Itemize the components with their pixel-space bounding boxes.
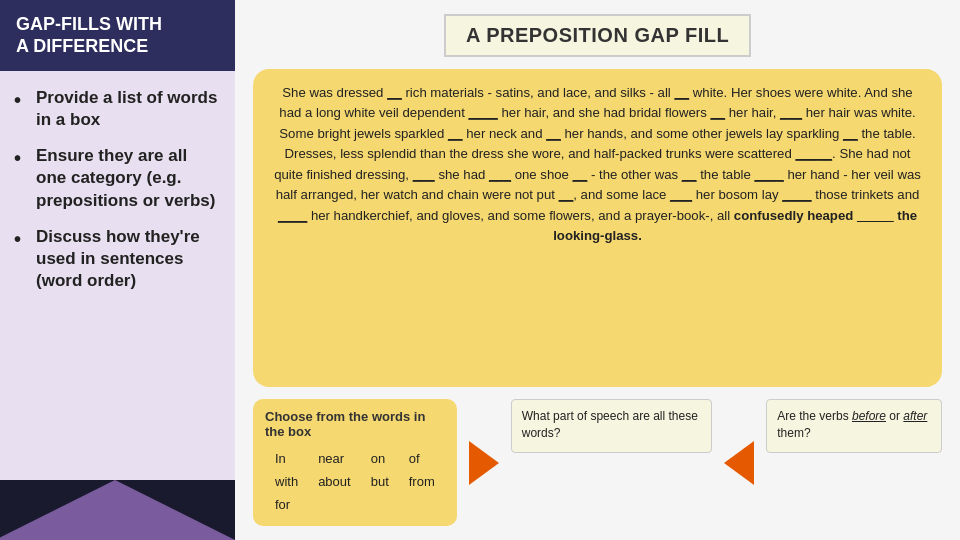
- word-box-title-text: Choose from the words in the box: [265, 409, 425, 439]
- table-row: for: [265, 493, 445, 516]
- word-box-title: Choose from the words in the box: [265, 409, 445, 439]
- bullet-item-1: Provide a list of words in a box: [14, 87, 221, 131]
- word-box: Choose from the words in the box In near…: [253, 399, 457, 526]
- table-row: In near on of: [265, 447, 445, 470]
- passage-text: She was dressed __ rich materials - sati…: [274, 85, 921, 243]
- left-header-text: GAP-FILLS WITHA DIFFERENCE: [16, 14, 162, 56]
- table-row: with about but from: [265, 470, 445, 493]
- bullet-item-2: Ensure they are all one category (e.g. p…: [14, 145, 221, 211]
- bottom-section: Choose from the words in the box In near…: [253, 399, 942, 526]
- word-on: on: [361, 447, 399, 470]
- word-from: from: [399, 470, 445, 493]
- arrow-left-icon: [724, 441, 754, 485]
- arrow-right-icon: [469, 441, 499, 485]
- word-but: but: [361, 470, 399, 493]
- word-empty-2: [361, 493, 399, 516]
- word-for: for: [265, 493, 308, 516]
- left-header: GAP-FILLS WITHA DIFFERENCE: [0, 0, 235, 71]
- passage-box: She was dressed __ rich materials - sati…: [253, 69, 942, 387]
- right-panel: A PREPOSITION GAP FILL She was dressed _…: [235, 0, 960, 540]
- word-table: In near on of with about but from for: [265, 447, 445, 516]
- right-title: A PREPOSITION GAP FILL: [444, 14, 751, 57]
- bullet-list: Provide a list of words in a box Ensure …: [14, 87, 221, 292]
- word-about: about: [308, 470, 361, 493]
- question-left-text: Are the verbs before or after them?: [777, 408, 931, 442]
- word-near: near: [308, 447, 361, 470]
- question-box-left: Are the verbs before or after them?: [766, 399, 942, 453]
- question-box-right: What part of speech are all these words?: [511, 399, 713, 453]
- word-with: with: [265, 470, 308, 493]
- word-in: In: [265, 447, 308, 470]
- right-title-text: A PREPOSITION GAP FILL: [466, 24, 729, 46]
- question-right-text: What part of speech are all these words?: [522, 408, 702, 442]
- left-content: Provide a list of words in a box Ensure …: [0, 71, 235, 480]
- word-empty-3: [399, 493, 445, 516]
- left-panel: GAP-FILLS WITHA DIFFERENCE Provide a lis…: [0, 0, 235, 540]
- word-of: of: [399, 447, 445, 470]
- bullet-item-3: Discuss how they're used in sentences (w…: [14, 226, 221, 292]
- word-empty-1: [308, 493, 361, 516]
